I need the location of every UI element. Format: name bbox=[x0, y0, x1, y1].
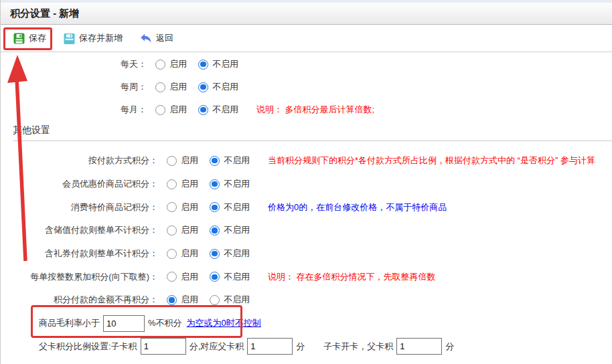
radio-disable-label: 不启用 bbox=[224, 294, 250, 306]
row-label: 每月： bbox=[1, 104, 147, 116]
radio-enable[interactable] bbox=[155, 82, 165, 92]
row-label: 积分付款的金额不再积分： bbox=[1, 294, 158, 306]
setting-row-integer-accumulate-points: 每单按整数累加积分(向下取整)： 启用 不启用 说明： 存在多倍积分情况下，先取… bbox=[1, 265, 612, 288]
radio-group: 启用 不启用 bbox=[167, 155, 261, 167]
row-label: 消费特价商品记积分： bbox=[1, 201, 158, 213]
row-note: 说明： 多倍积分最后计算倍数; bbox=[256, 104, 374, 116]
radio-enable-label: 启用 bbox=[181, 178, 198, 190]
setting-row-member-discount-points: 会员优惠价商品记积分： 启用 不启用 bbox=[1, 173, 612, 196]
radio-enable-label: 启用 bbox=[181, 271, 198, 283]
radio-disable[interactable] bbox=[198, 105, 208, 115]
setting-row-gift-voucher-no-points: 含礼券付款则整单不计积分： 启用 不启用 bbox=[1, 242, 612, 266]
row-note: 说明： 存在多倍积分情况下，先取整再倍数 bbox=[268, 271, 436, 283]
radio-disable[interactable] bbox=[198, 60, 208, 70]
save-and-new-button-label: 保存并新增 bbox=[79, 32, 123, 44]
radio-disable[interactable] bbox=[210, 202, 220, 212]
radio-enable[interactable] bbox=[167, 249, 177, 259]
parent-card-ratio-row: 父卡积分比例设置:子卡积 分,对应父卡积 分 子卡开卡，父卡积 分 bbox=[1, 335, 612, 359]
row-label: 含储值付款则整单不计积分： bbox=[1, 224, 158, 236]
radio-enable-label: 启用 bbox=[181, 201, 198, 213]
back-button-label: 返回 bbox=[156, 32, 173, 44]
row-label: 会员优惠价商品记积分： bbox=[1, 178, 158, 190]
radio-disable[interactable] bbox=[210, 272, 220, 282]
radio-enable-label: 启用 bbox=[169, 104, 187, 116]
radio-disable-label: 不启用 bbox=[224, 248, 250, 260]
radio-disable-label: 不启用 bbox=[212, 81, 238, 93]
radio-disable[interactable] bbox=[210, 179, 220, 189]
row-label: 每单按整数累加积分(向下取整)： bbox=[1, 271, 158, 283]
save-button-label: 保存 bbox=[29, 32, 46, 44]
gross-margin-row: 商品毛利率小于 %不积分 为空或为0时不控制 bbox=[1, 312, 612, 335]
radio-enable[interactable] bbox=[155, 105, 165, 115]
radio-enable[interactable] bbox=[167, 179, 177, 189]
radio-enable[interactable] bbox=[167, 272, 177, 282]
row-label: 每周： bbox=[1, 81, 147, 93]
radio-disable[interactable] bbox=[210, 225, 220, 236]
settings-form: 每天： 启用 不启用 每周： 启用 不启用 每月： 启用 bbox=[1, 52, 612, 358]
other-settings-section: 按付款方式积分： 启用 不启用 当前积分规则下的积分*各付款方式所占比例，根据付… bbox=[1, 141, 612, 358]
setting-row-special-price-points: 消费特价商品记积分： 启用 不启用 价格为0的，在前台修改价格，不属于特价商品 bbox=[1, 195, 612, 219]
radio-enable[interactable] bbox=[167, 295, 177, 305]
toolbar: 保存 保存并新增 返回 bbox=[1, 25, 612, 52]
gross-margin-input[interactable] bbox=[103, 315, 145, 332]
setting-row-weekly: 每周： 启用 不启用 bbox=[1, 76, 612, 98]
radio-disable-label: 不启用 bbox=[212, 58, 238, 70]
radio-enable-label: 启用 bbox=[181, 294, 198, 306]
radio-enable[interactable] bbox=[167, 225, 177, 236]
setting-row-monthly: 每月： 启用 不启用 说明： 多倍积分最后计算倍数; bbox=[1, 98, 612, 121]
parent-card-points-input[interactable] bbox=[247, 338, 293, 355]
open-card-parent-points-input[interactable] bbox=[396, 338, 442, 355]
save-button[interactable]: 保存 bbox=[9, 29, 50, 47]
radio-enable-label: 启用 bbox=[181, 155, 198, 167]
radio-enable[interactable] bbox=[167, 202, 177, 212]
radio-group: 启用 不启用 bbox=[167, 248, 261, 260]
radio-disable-label: 不启用 bbox=[224, 224, 250, 236]
row-label: 每天： bbox=[1, 58, 147, 70]
row-label: 按付款方式积分： bbox=[1, 155, 158, 167]
radio-enable[interactable] bbox=[155, 60, 165, 70]
radio-group: 启用 不启用 bbox=[167, 201, 261, 213]
radio-disable-label: 不启用 bbox=[212, 104, 238, 116]
parent-card-label-4: 子卡开卡，父卡积 bbox=[323, 341, 393, 353]
parent-card-label-1: 父卡积分比例设置:子卡积 bbox=[39, 341, 137, 353]
radio-enable-label: 启用 bbox=[169, 58, 187, 70]
row-note: 当前积分规则下的积分*各付款方式所占比例，根据付款方式中的 “是否积分” 参与计… bbox=[268, 155, 595, 167]
title-bar: 积分设置 - 新增 bbox=[1, 3, 612, 25]
radio-enable-label: 启用 bbox=[181, 224, 198, 236]
radio-group: 启用 不启用 bbox=[167, 224, 261, 236]
child-card-points-input[interactable] bbox=[141, 338, 186, 355]
radio-disable[interactable] bbox=[210, 156, 220, 166]
radio-group: 启用 不启用 bbox=[155, 58, 250, 70]
save-and-new-icon bbox=[64, 33, 75, 44]
section-title: 其他设置 bbox=[13, 123, 612, 136]
save-and-new-button[interactable]: 保存并新增 bbox=[60, 29, 127, 47]
radio-disable[interactable] bbox=[198, 82, 208, 92]
radio-disable[interactable] bbox=[210, 249, 220, 259]
radio-enable[interactable] bbox=[167, 156, 177, 166]
parent-card-label-5: 分 bbox=[445, 341, 454, 353]
radio-group: 启用 不启用 bbox=[155, 104, 250, 116]
gross-margin-label: 商品毛利率小于 bbox=[39, 317, 100, 329]
gross-margin-suffix: %不积分 bbox=[148, 317, 182, 329]
page-title: 积分设置 - 新增 bbox=[10, 7, 79, 20]
radio-group: 启用 不启用 bbox=[167, 271, 261, 283]
save-icon bbox=[13, 33, 25, 44]
radio-group: 启用 不启用 bbox=[167, 294, 261, 306]
radio-group: 启用 不启用 bbox=[155, 81, 250, 93]
radio-disable-label: 不启用 bbox=[224, 271, 250, 283]
back-button[interactable]: 返回 bbox=[136, 29, 177, 47]
row-note: 价格为0的，在前台修改价格，不属于特价商品 bbox=[268, 201, 447, 213]
setting-row-pay-method-points: 按付款方式积分： 启用 不启用 当前积分规则下的积分*各付款方式所占比例，根据付… bbox=[1, 149, 612, 173]
radio-enable-label: 启用 bbox=[169, 81, 187, 93]
gross-margin-hint-link[interactable]: 为空或为0时不控制 bbox=[187, 317, 261, 329]
radio-disable-label: 不启用 bbox=[224, 155, 250, 167]
radio-disable[interactable] bbox=[210, 295, 220, 305]
row-label: 含礼券付款则整单不计积分： bbox=[1, 248, 158, 260]
parent-card-label-3: 分 bbox=[296, 341, 305, 353]
radio-group: 启用 不启用 bbox=[167, 178, 261, 190]
parent-card-label-2: 分,对应父卡积 bbox=[189, 341, 244, 353]
radio-disable-label: 不启用 bbox=[224, 201, 250, 213]
back-arrow-icon bbox=[140, 33, 152, 43]
points-settings-window: 积分设置 - 新增 保存 bbox=[0, 0, 612, 364]
radio-disable-label: 不启用 bbox=[224, 178, 250, 190]
